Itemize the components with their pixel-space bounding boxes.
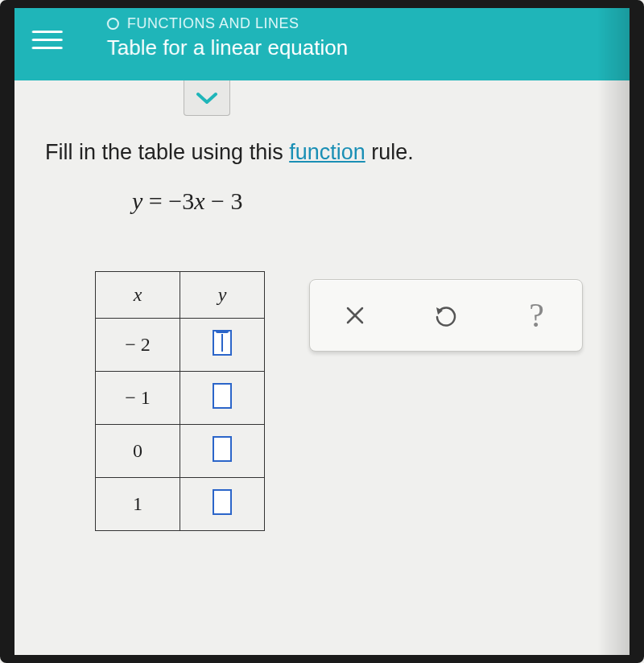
function-table: x y − 2 − 1 0 1 xyxy=(95,271,265,531)
instruction-post: rule. xyxy=(365,140,414,164)
app-header: FUNCTIONS AND LINES Table for a linear e… xyxy=(14,0,630,80)
y-cell xyxy=(180,319,265,372)
y-input[interactable] xyxy=(213,383,232,409)
reset-button[interactable] xyxy=(428,298,464,333)
table-row: 0 xyxy=(96,425,265,478)
clear-button[interactable] xyxy=(337,298,373,333)
x-cell: − 2 xyxy=(96,319,180,372)
chevron-down-icon xyxy=(196,91,218,105)
y-input[interactable] xyxy=(213,330,232,356)
section-label: FUNCTIONS AND LINES xyxy=(127,15,299,32)
y-input[interactable] xyxy=(213,436,232,462)
y-cell xyxy=(180,425,265,478)
col-y-header: y xyxy=(180,272,265,319)
circle-icon xyxy=(107,18,119,30)
menu-icon[interactable] xyxy=(32,31,63,49)
lesson-title: Table for a linear equation xyxy=(107,35,349,60)
title-block: FUNCTIONS AND LINES Table for a linear e… xyxy=(107,15,349,60)
x-icon xyxy=(344,304,366,327)
undo-icon xyxy=(433,303,459,328)
y-cell xyxy=(180,372,265,425)
instruction-pre: Fill in the table using this xyxy=(45,140,289,164)
y-cell xyxy=(180,478,265,531)
expand-tab[interactable] xyxy=(184,80,230,116)
instruction-text: Fill in the table using this function ru… xyxy=(45,140,597,165)
col-x-header: x xyxy=(96,272,180,319)
y-input[interactable] xyxy=(213,489,232,515)
tool-panel: ? xyxy=(309,279,583,352)
table-row: − 1 xyxy=(96,372,265,425)
function-link[interactable]: function xyxy=(289,140,365,164)
x-cell: 1 xyxy=(96,478,180,531)
equation: y = −3x − 3 xyxy=(132,187,597,215)
x-cell: 0 xyxy=(96,425,180,478)
help-button[interactable]: ? xyxy=(519,298,555,333)
x-cell: − 1 xyxy=(96,372,180,425)
table-row: − 2 xyxy=(96,319,265,372)
main-content: Fill in the table using this function ru… xyxy=(14,116,630,547)
table-row: 1 xyxy=(96,478,265,531)
